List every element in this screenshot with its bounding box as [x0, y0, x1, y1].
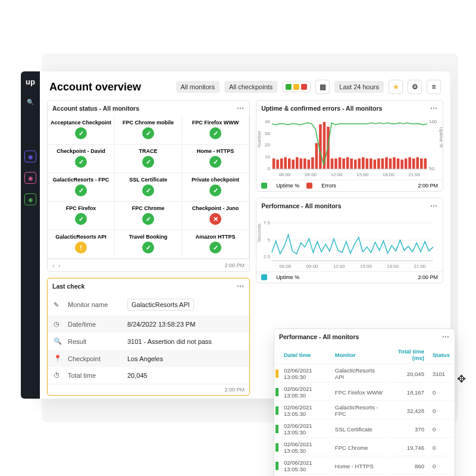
svg-rect-33: [350, 158, 353, 169]
status-cell[interactable]: Home - HTTPS✓: [182, 145, 249, 173]
status-cell[interactable]: Acceptance Checkpoint✓: [48, 116, 115, 145]
status-badge: ✓: [142, 127, 154, 139]
detail-row: ✎Monitor nameGalacticResorts API: [48, 294, 249, 315]
more-icon[interactable]: ⋯: [430, 104, 438, 112]
status-bar: [275, 425, 278, 433]
svg-text:10: 10: [265, 154, 270, 159]
svg-text:40: 40: [265, 119, 270, 124]
cell-total-time: 860: [390, 458, 428, 475]
status-cell[interactable]: FPC Chrome✓: [115, 202, 182, 230]
card-title: Performance - All monitors: [279, 333, 359, 340]
status-cell[interactable]: Checkpoint - David✓: [48, 145, 115, 173]
status-cell[interactable]: GalacticResorts - FPC✓: [48, 173, 115, 202]
gear-icon[interactable]: ⚙: [408, 80, 422, 94]
table-row[interactable]: 02/06/2021 13:05:30SSL Certificate3700: [275, 421, 453, 438]
status-cell[interactable]: FPC Chrome mobile✓: [115, 116, 182, 145]
monitor-name: FPC Firefox: [49, 205, 113, 211]
svg-rect-21: [303, 158, 306, 169]
svg-text:06:00: 06:00: [280, 264, 292, 269]
more-icon[interactable]: ⋯: [237, 282, 245, 290]
filter-checkpoints[interactable]: All checkpoints: [224, 81, 277, 93]
detail-value: GalacticResorts API: [127, 299, 194, 311]
more-icon[interactable]: ⋯: [442, 333, 450, 341]
svg-rect-17: [288, 158, 291, 169]
status-cell[interactable]: FPC Firefox✓: [48, 202, 115, 230]
svg-rect-40: [377, 158, 380, 169]
cell-datetime: 02/06/2021 13:05:30: [280, 365, 330, 383]
cell-monitor: SSL Certificate: [331, 421, 389, 438]
cell-datetime: 02/06/2021 13:05:30: [280, 384, 330, 401]
star-icon[interactable]: ★: [389, 80, 403, 94]
cell-datetime: 02/06/2021 13:05:30: [280, 458, 330, 475]
status-cell[interactable]: Travel Booking✓: [115, 230, 182, 259]
status-filter[interactable]: [282, 82, 311, 92]
svg-rect-13: [273, 158, 275, 169]
table-row[interactable]: 02/06/2021 13:05:30FPC Firefox WWW18,167…: [275, 384, 453, 401]
svg-text:12:00: 12:00: [331, 172, 343, 177]
status-cell[interactable]: GalacticResorts API!: [48, 230, 115, 259]
search-icon[interactable]: 🔍: [24, 96, 36, 108]
table-row[interactable]: 02/06/2021 13:05:30GalacticResorts API20…: [275, 365, 453, 383]
status-cell[interactable]: SSL Certificate✓: [115, 173, 182, 202]
column-header[interactable]: Status: [429, 346, 453, 364]
svg-rect-46: [400, 159, 403, 169]
detail-label: Monitor name: [68, 301, 121, 308]
topbar: Account overview All monitors All checkp…: [40, 71, 450, 100]
grid-icon[interactable]: ▦: [315, 80, 330, 94]
cell-status: 0: [429, 384, 453, 401]
status-cell[interactable]: Amazon HTTPS✓: [182, 230, 249, 259]
svg-text:2.5: 2.5: [264, 254, 271, 259]
svg-text:20: 20: [265, 142, 270, 148]
svg-rect-24: [315, 143, 318, 170]
clock-icon: ◷: [54, 320, 62, 328]
legend-label: Uptime %: [276, 183, 299, 189]
status-cell[interactable]: Checkpoint - Juno✕: [182, 202, 249, 230]
filter-monitors[interactable]: All monitors: [176, 81, 220, 93]
last-check-card: Last check⋯ ✎Monitor nameGalacticResorts…: [47, 278, 250, 396]
svg-rect-41: [381, 158, 384, 169]
uptime-chart: 0102030405010006:0009:0012:0015:0018:002…: [261, 118, 438, 177]
status-bar: [275, 369, 278, 378]
list-icon[interactable]: ≡: [427, 80, 441, 94]
monitor-name: SSL Certificate: [116, 177, 180, 183]
detail-value: 20,045: [127, 372, 243, 379]
svg-rect-31: [342, 158, 345, 169]
status-badge: ✓: [209, 184, 221, 196]
svg-rect-37: [366, 158, 369, 169]
sidebar-item-1[interactable]: ◉: [24, 151, 36, 162]
pin-icon: 📍: [54, 355, 62, 362]
table-row[interactable]: 02/06/2021 13:05:30FPC Chrome19,7460: [275, 439, 453, 456]
svg-text:50: 50: [429, 166, 434, 171]
svg-rect-30: [339, 157, 342, 169]
move-cursor-icon: ✥: [457, 372, 466, 386]
svg-rect-20: [300, 158, 303, 169]
status-cell[interactable]: Private checkpoint✓: [182, 173, 249, 202]
table-row[interactable]: 02/06/2021 13:05:30Home - HTTPS8600: [275, 458, 453, 475]
card-title: Account status - All monitors: [52, 105, 139, 112]
sidebar-item-2[interactable]: ◉: [24, 172, 36, 184]
svg-rect-23: [311, 157, 314, 169]
table-row[interactable]: 02/06/2021 13:05:30GalacticResorts - FPC…: [275, 402, 453, 419]
cell-monitor: FPC Chrome: [331, 439, 389, 456]
status-cell[interactable]: TRACE✓: [115, 145, 182, 173]
pager[interactable]: ‹›: [52, 262, 60, 269]
column-header[interactable]: Date/ time: [280, 346, 330, 364]
status-bar: [275, 443, 278, 452]
cell-monitor: GalacticResorts - FPC: [331, 402, 389, 419]
detail-row: ◷Date/time8/24/2022 13:58:23 PM: [48, 315, 249, 333]
time-range[interactable]: Last 24 hours: [334, 81, 384, 93]
status-cell[interactable]: FPC Firefox WWW✓: [182, 116, 249, 145]
svg-text:5: 5: [268, 237, 271, 243]
svg-rect-14: [276, 159, 279, 169]
sidebar-item-3[interactable]: ◉: [24, 193, 36, 205]
more-icon[interactable]: ⋯: [430, 202, 438, 210]
legend-label: Errors: [321, 183, 336, 189]
cell-monitor: GalacticResorts API: [331, 365, 389, 383]
column-header[interactable]: Total time (ms): [390, 346, 428, 364]
more-icon[interactable]: ⋯: [237, 104, 245, 112]
svg-text:12:00: 12:00: [333, 264, 345, 269]
cell-monitor: FPC Firefox WWW: [331, 384, 389, 401]
svg-text:18:00: 18:00: [383, 172, 394, 177]
cell-status: 3101: [429, 365, 453, 383]
column-header[interactable]: Monitor: [331, 346, 389, 364]
